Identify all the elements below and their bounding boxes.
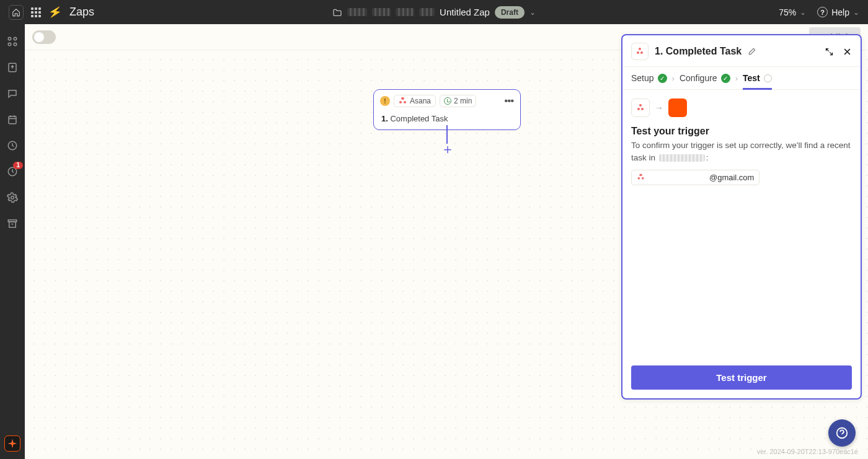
zoom-control[interactable]: 75% ⌄ bbox=[779, 7, 806, 17]
check-icon: ✓ bbox=[658, 74, 667, 83]
trigger-app-name: Asana bbox=[410, 97, 431, 105]
trigger-step-title: Completed Task bbox=[390, 114, 448, 123]
panel-header: 1. Completed Task bbox=[622, 35, 861, 67]
app-header: ⚡ Zaps Untitled Zap Draft ⌄ 75% ⌄ ? Help… bbox=[0, 0, 868, 24]
help-icon: ? bbox=[817, 7, 828, 17]
zap-bolt-icon: ⚡ bbox=[48, 4, 63, 20]
zoom-chevron-icon: ⌄ bbox=[800, 8, 806, 17]
trigger-app-chip[interactable]: Asana bbox=[394, 95, 436, 107]
polling-interval-value: 2 min bbox=[454, 97, 472, 105]
asana-logo-icon bbox=[399, 97, 407, 105]
history-badge: 1 bbox=[13, 162, 23, 169]
check-icon: ✓ bbox=[721, 74, 730, 83]
panel-app-icon bbox=[631, 43, 649, 60]
tab-configure[interactable]: Configure ✓ bbox=[680, 73, 730, 83]
trigger-step-number: 1. bbox=[381, 114, 388, 123]
rail-export-icon[interactable] bbox=[6, 61, 19, 74]
rail-settings-icon[interactable] bbox=[6, 191, 19, 204]
redacted-email-prefix bbox=[649, 174, 705, 181]
close-icon bbox=[843, 47, 852, 56]
sparkle-icon bbox=[8, 439, 17, 448]
empty-status-icon bbox=[764, 74, 772, 82]
home-button[interactable] bbox=[9, 5, 24, 20]
zap-name-chevron-icon[interactable]: ⌄ bbox=[529, 8, 536, 17]
help-menu[interactable]: ? Help ⌄ bbox=[817, 7, 859, 17]
rename-step-button[interactable] bbox=[748, 47, 756, 56]
zapier-app-box bbox=[668, 98, 687, 117]
pencil-icon bbox=[748, 47, 756, 56]
svg-rect-5 bbox=[9, 116, 16, 124]
rail-apps-icon[interactable] bbox=[6, 35, 19, 48]
folder-icon[interactable] bbox=[332, 8, 342, 17]
account-email-suffix: @gmail.com bbox=[709, 173, 754, 182]
breadcrumb-redacted-1 bbox=[347, 8, 367, 16]
breadcrumb-redacted-4 bbox=[419, 8, 435, 16]
svg-point-11 bbox=[837, 428, 848, 439]
rail-versions-icon[interactable]: 1 bbox=[6, 165, 19, 178]
asana-logo-icon bbox=[636, 48, 644, 56]
svg-point-8 bbox=[11, 196, 14, 199]
status-badge: Draft bbox=[495, 6, 525, 19]
chat-icon bbox=[835, 426, 849, 440]
panel-step-tabs: Setup ✓ › Configure ✓ › Test bbox=[622, 67, 861, 90]
app-flow-diagram: → bbox=[631, 98, 852, 117]
panel-title-text: Completed Task bbox=[666, 46, 742, 56]
polling-interval-chip[interactable]: 2 min bbox=[440, 95, 476, 107]
connected-account-chip[interactable]: @gmail.com bbox=[631, 170, 760, 185]
asana-logo-icon bbox=[637, 104, 645, 112]
test-desc-post: : bbox=[706, 153, 709, 162]
svg-point-0 bbox=[8, 37, 11, 40]
header-left: ⚡ Zaps bbox=[9, 5, 94, 20]
panel-body: → Test your trigger To confirm your trig… bbox=[622, 90, 861, 357]
trigger-node-header: ! Asana 2 min ••• bbox=[374, 90, 520, 112]
test-trigger-button[interactable]: Test trigger bbox=[631, 365, 852, 390]
tab-configure-label: Configure bbox=[680, 73, 717, 83]
rail-calendar-icon[interactable] bbox=[6, 113, 19, 126]
asana-logo-icon bbox=[637, 174, 645, 181]
version-label: ver. 2024-09-20T22:13-970eac1e bbox=[757, 448, 858, 455]
apps-grid-icon[interactable] bbox=[31, 7, 41, 17]
svg-point-3 bbox=[14, 43, 17, 46]
home-icon bbox=[12, 8, 20, 17]
tab-setup[interactable]: Setup ✓ bbox=[631, 73, 667, 83]
test-section-heading: Test your trigger bbox=[631, 126, 852, 137]
chevron-right-icon: › bbox=[735, 74, 738, 83]
breadcrumb-redacted-3 bbox=[396, 8, 414, 16]
zap-enable-toggle[interactable] bbox=[32, 30, 56, 44]
rail-comments-icon[interactable] bbox=[6, 87, 19, 100]
help-label: Help bbox=[831, 7, 849, 17]
tab-test[interactable]: Test bbox=[743, 73, 772, 90]
header-center: Untitled Zap Draft ⌄ bbox=[332, 6, 536, 19]
support-chat-button[interactable] bbox=[828, 419, 856, 447]
tab-test-label: Test bbox=[743, 73, 760, 83]
rail-ai-button[interactable] bbox=[4, 435, 20, 452]
trigger-node[interactable]: ! Asana 2 min ••• 1. Completed Task bbox=[373, 89, 521, 130]
expand-icon bbox=[825, 47, 834, 56]
step-config-panel: 1. Completed Task Setup ✓ › Configure ✓ … bbox=[621, 34, 862, 400]
clock-icon bbox=[444, 97, 451, 105]
svg-point-2 bbox=[8, 43, 11, 46]
rail-history-icon[interactable] bbox=[6, 139, 19, 152]
test-section-description: To confirm your trigger is set up correc… bbox=[631, 139, 852, 164]
breadcrumb-redacted-2 bbox=[372, 8, 391, 16]
rail-archive-icon[interactable] bbox=[6, 217, 19, 230]
panel-title: 1. Completed Task bbox=[655, 46, 742, 57]
node-menu-button[interactable]: ••• bbox=[503, 99, 514, 103]
expand-panel-button[interactable] bbox=[825, 47, 834, 56]
left-rail: 1 bbox=[0, 24, 25, 459]
warning-icon: ! bbox=[380, 96, 390, 106]
section-label[interactable]: Zaps bbox=[69, 6, 94, 19]
zap-name[interactable]: Untitled Zap bbox=[440, 7, 490, 17]
panel-footer: Test trigger bbox=[622, 357, 861, 398]
add-step-button[interactable]: ＋ bbox=[441, 143, 454, 155]
close-panel-button[interactable] bbox=[843, 47, 852, 56]
arrow-right-icon: → bbox=[655, 103, 663, 113]
zoom-value: 75% bbox=[779, 7, 796, 17]
redacted-account-name bbox=[659, 154, 705, 162]
source-app-box bbox=[631, 98, 650, 117]
tab-setup-label: Setup bbox=[631, 73, 654, 83]
chevron-right-icon: › bbox=[672, 74, 675, 83]
header-right: 75% ⌄ ? Help ⌄ bbox=[779, 7, 859, 17]
help-chevron-icon: ⌄ bbox=[853, 8, 859, 17]
svg-point-1 bbox=[14, 37, 17, 40]
